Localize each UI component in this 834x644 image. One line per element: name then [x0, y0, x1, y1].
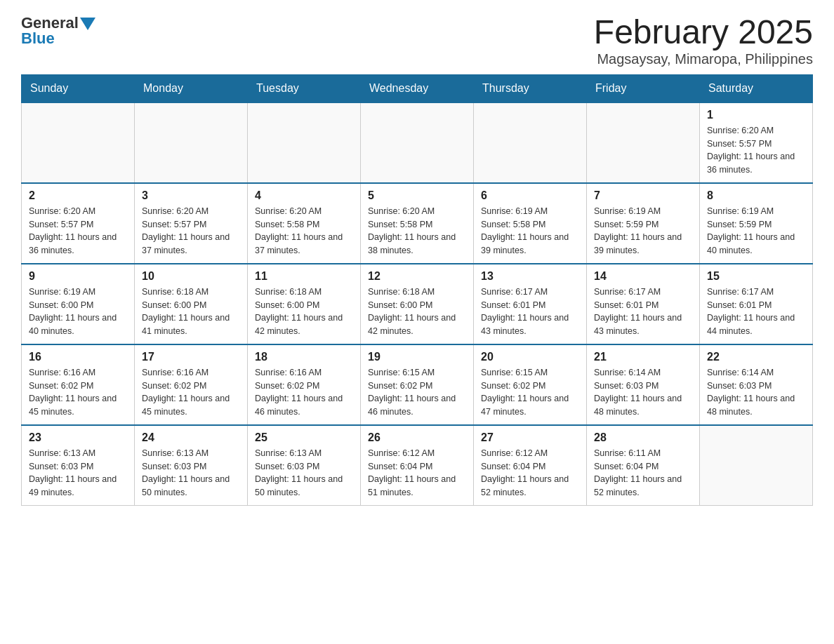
- day-number: 27: [481, 431, 579, 444]
- calendar-week-row: 1Sunrise: 6:20 AMSunset: 5:57 PMDaylight…: [22, 102, 813, 183]
- day-info: Sunrise: 6:13 AMSunset: 6:03 PMDaylight:…: [255, 447, 353, 499]
- day-info: Sunrise: 6:17 AMSunset: 6:01 PMDaylight:…: [481, 286, 579, 338]
- day-number: 15: [707, 270, 805, 283]
- day-number: 23: [29, 431, 127, 444]
- day-number: 20: [481, 351, 579, 363]
- calendar-week-row: 9Sunrise: 6:19 AMSunset: 6:00 PMDaylight…: [22, 264, 813, 344]
- day-info: Sunrise: 6:20 AMSunset: 5:58 PMDaylight:…: [368, 205, 466, 257]
- day-number: 12: [368, 270, 466, 283]
- day-number: 3: [142, 189, 240, 202]
- day-info: Sunrise: 6:18 AMSunset: 6:00 PMDaylight:…: [255, 286, 353, 338]
- day-number: 24: [142, 431, 240, 444]
- calendar-table: SundayMondayTuesdayWednesdayThursdayFrid…: [21, 74, 813, 506]
- day-number: 2: [29, 189, 127, 202]
- svg-marker-0: [80, 18, 95, 30]
- day-info: Sunrise: 6:17 AMSunset: 6:01 PMDaylight:…: [594, 286, 692, 338]
- day-number: 17: [142, 351, 240, 363]
- calendar-day-cell: [474, 102, 587, 183]
- calendar-day-cell: [587, 102, 700, 183]
- calendar-day-cell: 19Sunrise: 6:15 AMSunset: 6:02 PMDayligh…: [361, 344, 474, 425]
- day-info: Sunrise: 6:11 AMSunset: 6:04 PMDaylight:…: [594, 447, 692, 499]
- day-number: 21: [594, 351, 692, 363]
- col-header-sunday: Sunday: [22, 74, 135, 102]
- calendar-day-cell: 24Sunrise: 6:13 AMSunset: 6:03 PMDayligh…: [135, 425, 248, 506]
- calendar-day-cell: 13Sunrise: 6:17 AMSunset: 6:01 PMDayligh…: [474, 264, 587, 344]
- day-number: 14: [594, 270, 692, 283]
- day-info: Sunrise: 6:19 AMSunset: 6:00 PMDaylight:…: [29, 286, 127, 338]
- day-info: Sunrise: 6:18 AMSunset: 6:00 PMDaylight:…: [142, 286, 240, 338]
- calendar-day-cell: 27Sunrise: 6:12 AMSunset: 6:04 PMDayligh…: [474, 425, 587, 506]
- day-info: Sunrise: 6:19 AMSunset: 5:59 PMDaylight:…: [594, 205, 692, 257]
- calendar-week-row: 2Sunrise: 6:20 AMSunset: 5:57 PMDaylight…: [22, 183, 813, 264]
- day-info: Sunrise: 6:14 AMSunset: 6:03 PMDaylight:…: [594, 366, 692, 419]
- col-header-saturday: Saturday: [700, 74, 813, 102]
- day-number: 7: [594, 189, 692, 202]
- logo-blue-text: Blue: [21, 29, 55, 48]
- calendar-header-row: SundayMondayTuesdayWednesdayThursdayFrid…: [22, 74, 813, 102]
- calendar-day-cell: 21Sunrise: 6:14 AMSunset: 6:03 PMDayligh…: [587, 344, 700, 425]
- calendar-day-cell: 11Sunrise: 6:18 AMSunset: 6:00 PMDayligh…: [248, 264, 361, 344]
- calendar-day-cell: [361, 102, 474, 183]
- calendar-day-cell: 4Sunrise: 6:20 AMSunset: 5:58 PMDaylight…: [248, 183, 361, 264]
- day-info: Sunrise: 6:16 AMSunset: 6:02 PMDaylight:…: [255, 366, 353, 419]
- day-number: 5: [368, 189, 466, 202]
- calendar-day-cell: 20Sunrise: 6:15 AMSunset: 6:02 PMDayligh…: [474, 344, 587, 425]
- day-info: Sunrise: 6:17 AMSunset: 6:01 PMDaylight:…: [707, 286, 805, 338]
- page-title: February 2025: [594, 14, 813, 51]
- day-number: 26: [368, 431, 466, 444]
- day-info: Sunrise: 6:16 AMSunset: 6:02 PMDaylight:…: [29, 366, 127, 419]
- day-info: Sunrise: 6:19 AMSunset: 5:58 PMDaylight:…: [481, 205, 579, 257]
- day-info: Sunrise: 6:12 AMSunset: 6:04 PMDaylight:…: [368, 447, 466, 499]
- day-number: 16: [29, 351, 127, 363]
- col-header-friday: Friday: [587, 74, 700, 102]
- calendar-week-row: 23Sunrise: 6:13 AMSunset: 6:03 PMDayligh…: [22, 425, 813, 506]
- calendar-day-cell: 7Sunrise: 6:19 AMSunset: 5:59 PMDaylight…: [587, 183, 700, 264]
- day-info: Sunrise: 6:20 AMSunset: 5:58 PMDaylight:…: [255, 205, 353, 257]
- calendar-day-cell: [700, 425, 813, 506]
- calendar-day-cell: 9Sunrise: 6:19 AMSunset: 6:00 PMDaylight…: [22, 264, 135, 344]
- col-header-tuesday: Tuesday: [248, 74, 361, 102]
- calendar-day-cell: 22Sunrise: 6:14 AMSunset: 6:03 PMDayligh…: [700, 344, 813, 425]
- day-number: 6: [481, 189, 579, 202]
- day-info: Sunrise: 6:13 AMSunset: 6:03 PMDaylight:…: [142, 447, 240, 499]
- col-header-wednesday: Wednesday: [361, 74, 474, 102]
- day-number: 18: [255, 351, 353, 363]
- day-info: Sunrise: 6:20 AMSunset: 5:57 PMDaylight:…: [707, 124, 805, 177]
- calendar-week-row: 16Sunrise: 6:16 AMSunset: 6:02 PMDayligh…: [22, 344, 813, 425]
- col-header-thursday: Thursday: [474, 74, 587, 102]
- page-header: General Blue February 2025 Magsaysay, Mi…: [21, 14, 813, 67]
- calendar-day-cell: 26Sunrise: 6:12 AMSunset: 6:04 PMDayligh…: [361, 425, 474, 506]
- day-number: 22: [707, 351, 805, 363]
- calendar-day-cell: 15Sunrise: 6:17 AMSunset: 6:01 PMDayligh…: [700, 264, 813, 344]
- day-info: Sunrise: 6:18 AMSunset: 6:00 PMDaylight:…: [368, 286, 466, 338]
- col-header-monday: Monday: [135, 74, 248, 102]
- calendar-day-cell: 8Sunrise: 6:19 AMSunset: 5:59 PMDaylight…: [700, 183, 813, 264]
- calendar-day-cell: 16Sunrise: 6:16 AMSunset: 6:02 PMDayligh…: [22, 344, 135, 425]
- calendar-day-cell: 12Sunrise: 6:18 AMSunset: 6:00 PMDayligh…: [361, 264, 474, 344]
- day-info: Sunrise: 6:15 AMSunset: 6:02 PMDaylight:…: [481, 366, 579, 419]
- day-number: 19: [368, 351, 466, 363]
- calendar-day-cell: 14Sunrise: 6:17 AMSunset: 6:01 PMDayligh…: [587, 264, 700, 344]
- day-info: Sunrise: 6:12 AMSunset: 6:04 PMDaylight:…: [481, 447, 579, 499]
- title-section: February 2025 Magsaysay, Mimaropa, Phili…: [594, 14, 813, 67]
- calendar-day-cell: 3Sunrise: 6:20 AMSunset: 5:57 PMDaylight…: [135, 183, 248, 264]
- page-subtitle: Magsaysay, Mimaropa, Philippines: [594, 51, 813, 67]
- calendar-day-cell: [135, 102, 248, 183]
- day-number: 9: [29, 270, 127, 283]
- day-number: 1: [707, 109, 805, 121]
- calendar-day-cell: 18Sunrise: 6:16 AMSunset: 6:02 PMDayligh…: [248, 344, 361, 425]
- day-number: 28: [594, 431, 692, 444]
- calendar-day-cell: [22, 102, 135, 183]
- calendar-day-cell: 10Sunrise: 6:18 AMSunset: 6:00 PMDayligh…: [135, 264, 248, 344]
- day-number: 11: [255, 270, 353, 283]
- day-info: Sunrise: 6:14 AMSunset: 6:03 PMDaylight:…: [707, 366, 805, 419]
- day-number: 4: [255, 189, 353, 202]
- day-info: Sunrise: 6:15 AMSunset: 6:02 PMDaylight:…: [368, 366, 466, 419]
- calendar-day-cell: 5Sunrise: 6:20 AMSunset: 5:58 PMDaylight…: [361, 183, 474, 264]
- day-info: Sunrise: 6:20 AMSunset: 5:57 PMDaylight:…: [142, 205, 240, 257]
- day-number: 25: [255, 431, 353, 444]
- day-info: Sunrise: 6:20 AMSunset: 5:57 PMDaylight:…: [29, 205, 127, 257]
- calendar-day-cell: 1Sunrise: 6:20 AMSunset: 5:57 PMDaylight…: [700, 102, 813, 183]
- calendar-day-cell: [248, 102, 361, 183]
- calendar-day-cell: 23Sunrise: 6:13 AMSunset: 6:03 PMDayligh…: [22, 425, 135, 506]
